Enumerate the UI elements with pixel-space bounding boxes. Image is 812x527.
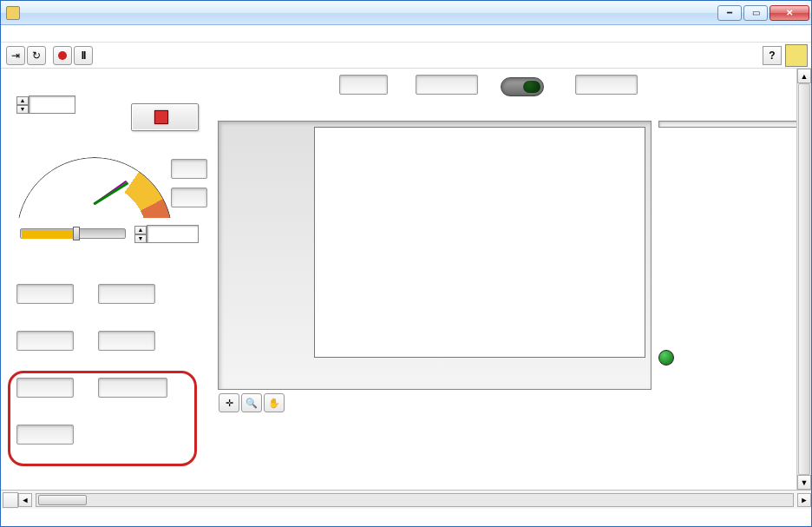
vu-rms-display: [171, 188, 207, 208]
plot-area[interactable]: [314, 127, 645, 358]
efficiency-indicator: [339, 75, 388, 95]
pause-button[interactable]: II: [74, 46, 93, 65]
view-tdms-switch[interactable]: [501, 77, 544, 96]
simtime-indicator: [416, 75, 478, 95]
status-bar: ◄ ►: [1, 490, 811, 509]
waveform-graph[interactable]: [218, 121, 652, 390]
maximize-button[interactable]: ▭: [743, 5, 768, 21]
vertical-scrollbar[interactable]: ▲ ▼: [796, 69, 811, 490]
vu-gauge: [16, 145, 173, 201]
stop-button[interactable]: [131, 103, 199, 131]
menu-bar: [1, 25, 811, 43]
toptj-display: [16, 284, 74, 304]
toolbar: ⇥ ↻ II ?: [1, 43, 811, 69]
scroll-right-arrow[interactable]: ►: [797, 493, 811, 507]
vdc-spinner[interactable]: ▲▼: [16, 96, 29, 114]
vi-icon[interactable]: [785, 44, 808, 67]
mod-index-input[interactable]: [147, 225, 199, 243]
graph-zoom-button[interactable]: 🔍: [241, 393, 262, 412]
scroll-left-arrow[interactable]: ◄: [18, 493, 32, 507]
mod-index-spinner[interactable]: ▲▼: [134, 226, 147, 243]
front-panel: ▲▼: [1, 69, 811, 509]
app-icon: [6, 6, 20, 20]
horizontal-scrollbar[interactable]: [36, 493, 794, 507]
highlight-annotation: [8, 371, 197, 466]
close-button[interactable]: ✕: [769, 5, 809, 21]
project-path[interactable]: [3, 492, 18, 508]
abort-button[interactable]: [53, 46, 72, 65]
help-button[interactable]: ?: [763, 46, 782, 65]
run-button[interactable]: ↻: [27, 46, 46, 65]
plot-legend: [658, 121, 799, 128]
scroll-down-arrow[interactable]: ▼: [797, 475, 811, 490]
window-titlebar[interactable]: ━ ▭ ✕: [1, 1, 811, 25]
minimize-button[interactable]: ━: [717, 5, 742, 21]
bottj-display: [16, 331, 74, 351]
mod-index-slider[interactable]: [16, 228, 129, 251]
pout-display: [98, 331, 155, 351]
pin-display: [98, 284, 155, 304]
vdc-input[interactable]: [29, 96, 75, 114]
run-continuous-button[interactable]: ⇥: [6, 46, 25, 65]
simrate-indicator: [575, 75, 638, 95]
crosslatch-led: [658, 350, 674, 366]
scroll-up-arrow[interactable]: ▲: [797, 69, 811, 83]
vu-instant-display: [171, 159, 207, 179]
stop-icon: [154, 110, 168, 124]
graph-cursor-button[interactable]: ✛: [219, 393, 239, 412]
graph-pan-button[interactable]: ✋: [264, 393, 285, 412]
